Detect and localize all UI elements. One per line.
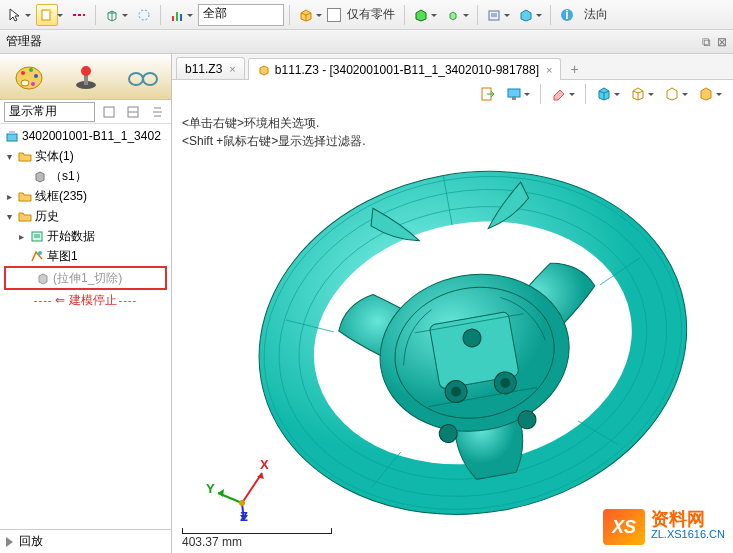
tab-add-button[interactable]: + — [564, 59, 584, 79]
filter-select[interactable]: 全部 — [198, 4, 284, 26]
collapse-icon[interactable]: ▾ — [4, 211, 15, 222]
tree-root-label: 3402001001-B11_1_3402 — [22, 129, 161, 143]
collapse-icon[interactable]: ▾ — [4, 151, 15, 162]
feature-tree[interactable]: 3402001001-B11_1_3402 ▾ 实体(1) （s1） ▸ 线框(… — [0, 124, 171, 529]
part-icon — [257, 63, 271, 77]
svg-point-18 — [143, 73, 157, 85]
play-icon — [6, 537, 13, 547]
watermark-url: ZL.XS1616.CN — [651, 527, 725, 542]
glasses-mode[interactable] — [125, 59, 161, 95]
tree-extrude-cut[interactable]: (拉伸1_切除) — [6, 268, 165, 288]
axis-x-label: X — [260, 457, 269, 472]
eraser-tool[interactable] — [548, 83, 570, 105]
svg-rect-27 — [512, 97, 516, 100]
tree-history-folder[interactable]: ▾ 历史 — [0, 206, 171, 226]
expand-icon[interactable]: ▸ — [4, 191, 15, 202]
tab-b111[interactable]: b111.Z3 - [3402001001-B11_1_3402010-9817… — [248, 58, 562, 80]
close-icon[interactable]: ⊠ — [717, 35, 727, 49]
cube-tool[interactable] — [101, 4, 123, 26]
display-opt-2[interactable] — [123, 102, 143, 122]
tree-sketch1-label: 草图1 — [47, 248, 78, 265]
wire-cube-tool[interactable] — [627, 83, 649, 105]
palette-mode[interactable] — [11, 59, 47, 95]
circle-tool[interactable] — [133, 4, 155, 26]
parts-only-check[interactable] — [327, 8, 341, 22]
folder-icon — [17, 208, 33, 224]
view-toolbar — [172, 80, 733, 108]
tree-wire-folder[interactable]: ▸ 线框(235) — [0, 186, 171, 206]
filter-label: 全部 — [203, 6, 227, 20]
hint-line-1: <单击右键>环境相关选项. — [182, 114, 366, 132]
display-mode-select[interactable]: 显示常用 — [4, 102, 95, 122]
svg-point-1 — [139, 10, 149, 20]
viewport-area: b11.Z3 × b111.Z3 - [3402001001-B11_1_340… — [172, 54, 733, 553]
tab-b11[interactable]: b11.Z3 × — [176, 57, 245, 79]
part-icon — [4, 128, 20, 144]
blue-cube-tool[interactable] — [515, 4, 537, 26]
solid-cube-tool[interactable] — [695, 83, 717, 105]
tree-start-data[interactable]: ▸ 开始数据 — [0, 226, 171, 246]
expand-icon[interactable]: ▸ — [16, 231, 27, 242]
folder-icon — [17, 188, 33, 204]
display-tool[interactable] — [503, 83, 525, 105]
watermark: XS 资料网 ZL.XS1616.CN — [603, 509, 725, 545]
tree-entity-folder[interactable]: ▾ 实体(1) — [0, 146, 171, 166]
display-opt-3[interactable] — [147, 102, 167, 122]
green-cube-tool[interactable] — [410, 4, 432, 26]
svg-point-10 — [29, 68, 33, 72]
tree-wire-label: 线框(235) — [35, 188, 87, 205]
main-toolbar: 全部 仅有零件 i 法向 — [0, 0, 733, 30]
replay-label: 回放 — [19, 533, 43, 550]
svg-point-9 — [21, 71, 25, 75]
tab-close-icon[interactable]: × — [546, 64, 552, 76]
replay-bar[interactable]: 回放 — [0, 529, 171, 553]
mini-cube-tool[interactable] — [442, 4, 464, 26]
exit-tool[interactable] — [477, 83, 499, 105]
separator — [540, 84, 541, 104]
separator — [404, 5, 405, 25]
info-tool[interactable]: i — [556, 4, 578, 26]
tree-spacer — [16, 251, 27, 262]
svg-point-8 — [16, 67, 42, 89]
sheet-tool[interactable] — [483, 4, 505, 26]
display-opt-1[interactable] — [99, 102, 119, 122]
mode-strip — [0, 54, 171, 100]
tree-root[interactable]: 3402001001-B11_1_3402 — [0, 126, 171, 146]
svg-point-12 — [31, 82, 35, 86]
dash-tool[interactable] — [68, 4, 90, 26]
tree-history-label: 历史 — [35, 208, 59, 225]
parts-only-label: 仅有零件 — [343, 6, 399, 23]
sketch-icon — [29, 248, 45, 264]
solid-icon — [32, 168, 48, 184]
tree-sketch1[interactable]: 草图1 — [0, 246, 171, 266]
model-stop-marker[interactable]: ⇐ 建模停止 — [0, 290, 171, 310]
svg-point-13 — [21, 80, 29, 86]
tree-entity-label: 实体(1) — [35, 148, 74, 165]
feature-icon — [35, 270, 51, 286]
bars-tool[interactable] — [166, 4, 188, 26]
shaded-cube-tool[interactable] — [593, 83, 615, 105]
svg-point-17 — [129, 73, 143, 85]
svg-point-54 — [239, 500, 245, 506]
model-stop-label: 建模停止 — [69, 292, 117, 309]
view-axes: X Y Z — [214, 463, 274, 523]
box3d-tool[interactable] — [295, 4, 317, 26]
svg-rect-0 — [42, 10, 50, 20]
model-canvas[interactable]: <单击右键>环境相关选项. <Shift +鼠标右键>显示选择过滤器. — [172, 108, 733, 553]
separator — [160, 5, 161, 25]
tab-label: b11.Z3 — [185, 62, 222, 76]
stop-arrow-icon: ⇐ — [55, 293, 65, 307]
tree-entity-item[interactable]: （s1） — [0, 166, 171, 186]
svg-rect-4 — [180, 14, 182, 21]
tab-close-icon[interactable]: × — [229, 63, 235, 75]
suppressed-feature-box: (拉伸1_切除) — [4, 266, 167, 290]
direction-label: 法向 — [580, 6, 612, 23]
new-tool[interactable] — [36, 4, 58, 26]
iso-cube-tool[interactable] — [661, 83, 683, 105]
svg-point-16 — [81, 66, 91, 76]
svg-rect-2 — [172, 16, 174, 21]
detach-icon[interactable]: ⧉ — [702, 35, 711, 49]
cursor-tool[interactable] — [4, 4, 26, 26]
joystick-mode[interactable] — [68, 59, 104, 95]
separator — [585, 84, 586, 104]
